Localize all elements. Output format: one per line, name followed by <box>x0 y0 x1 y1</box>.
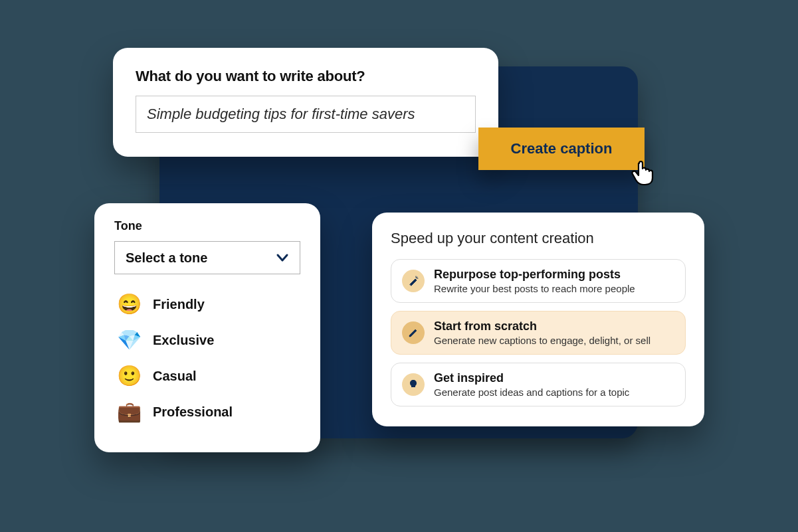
speed-list: Repurpose top-performing posts Rewrite y… <box>391 259 686 406</box>
tone-option-casual[interactable]: 🙂 Casual <box>114 358 300 394</box>
tone-option-label: Friendly <box>153 297 205 312</box>
tone-select[interactable]: Select a tone <box>114 241 300 274</box>
tone-options-list: 😄 Friendly 💎 Exclusive 🙂 Casual 💼 Profes… <box>114 286 300 430</box>
speed-item-title: Repurpose top-performing posts <box>434 268 635 282</box>
tone-option-friendly[interactable]: 😄 Friendly <box>114 286 300 322</box>
chevron-down-icon <box>276 251 289 264</box>
wand-icon <box>402 270 425 292</box>
speed-item-desc: Generate new captions to engage, delight… <box>434 335 650 346</box>
speed-item-inspired[interactable]: Get inspired Generate post ideas and cap… <box>391 363 686 406</box>
prompt-card: What do you want to write about? <box>113 48 498 157</box>
emoji-friendly-icon: 😄 <box>117 294 141 314</box>
speed-title: Speed up your content creation <box>391 230 686 247</box>
emoji-exclusive-icon: 💎 <box>117 330 141 350</box>
tone-option-label: Exclusive <box>153 333 214 348</box>
speed-item-desc: Generate post ideas and captions for a t… <box>434 387 629 398</box>
speed-item-title: Start from scratch <box>434 319 650 333</box>
bulb-icon <box>402 373 425 396</box>
emoji-casual-icon: 🙂 <box>117 366 141 386</box>
tone-option-professional[interactable]: 💼 Professional <box>114 394 300 430</box>
speed-item-title: Get inspired <box>434 371 629 385</box>
prompt-title: What do you want to write about? <box>136 68 476 85</box>
speed-item-desc: Rewrite your best posts to reach more pe… <box>434 283 635 294</box>
tone-label: Tone <box>114 219 300 233</box>
speed-item-scratch[interactable]: Start from scratch Generate new captions… <box>391 311 686 355</box>
create-caption-label: Create caption <box>511 140 613 157</box>
prompt-input[interactable] <box>136 96 476 133</box>
tone-option-label: Professional <box>153 404 233 420</box>
tone-card: Tone Select a tone 😄 Friendly 💎 Exclusiv… <box>94 203 320 452</box>
create-caption-button[interactable]: Create caption <box>478 128 645 170</box>
pencil-icon <box>402 321 425 344</box>
speed-card: Speed up your content creation Repurpose… <box>372 213 704 426</box>
speed-item-repurpose[interactable]: Repurpose top-performing posts Rewrite y… <box>391 259 686 303</box>
tone-option-label: Casual <box>153 369 197 384</box>
emoji-professional-icon: 💼 <box>117 402 141 422</box>
tone-option-exclusive[interactable]: 💎 Exclusive <box>114 322 300 358</box>
tone-select-placeholder: Select a tone <box>126 250 207 266</box>
